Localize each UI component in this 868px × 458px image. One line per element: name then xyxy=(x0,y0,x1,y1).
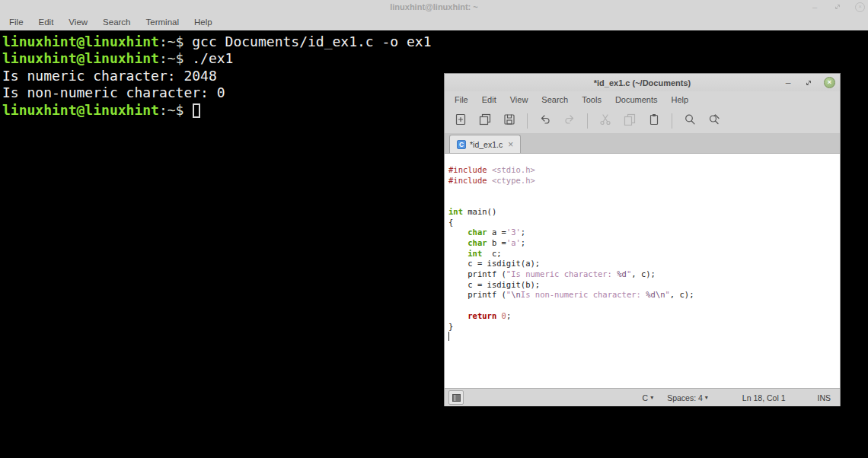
code-line: return 0; xyxy=(448,311,840,322)
terminal-menu-help[interactable]: Help xyxy=(187,15,220,29)
editor-menu-view[interactable]: View xyxy=(503,93,535,107)
cursor-position: Ln 18, Col 1 xyxy=(742,393,786,402)
restore-icon[interactable] xyxy=(803,78,814,88)
editor-statusbar: C ▾ Spaces: 4 ▾ Ln 18, Col 1 INS xyxy=(445,388,840,406)
terminal-menubar: FileEditViewSearchTerminalHelp xyxy=(0,14,868,30)
tab-width-label: Spaces: 4 xyxy=(667,393,703,402)
terminal-window-controls: – × xyxy=(809,0,865,14)
side-pane-toggle-button[interactable] xyxy=(448,390,464,405)
terminal-titlebar: linuxhint@linuxhint: ~ – × xyxy=(0,0,868,14)
cut-icon xyxy=(599,113,611,128)
code-line: printf ("\nIs non-numeric character: %d\… xyxy=(448,290,840,301)
editor-window: *id_ex1.c (~/Documents) – × FileEditView… xyxy=(444,73,841,406)
code-line: int c; xyxy=(448,249,840,259)
tab-label: *id_ex1.c xyxy=(470,140,503,149)
find-replace-button[interactable] xyxy=(704,111,724,131)
text-caret xyxy=(448,332,449,341)
toolbar-separator xyxy=(672,113,672,129)
open-icon xyxy=(479,113,491,128)
c-file-icon: C xyxy=(457,140,466,149)
code-line: char b ='a'; xyxy=(448,238,840,249)
new-document-icon xyxy=(455,113,467,128)
language-label: C xyxy=(643,393,649,402)
side-pane-icon xyxy=(452,394,461,402)
code-line: #include <ctype.h> xyxy=(448,176,840,186)
code-line xyxy=(448,186,840,196)
code-line: } xyxy=(448,322,840,332)
editor-titlebar[interactable]: *id_ex1.c (~/Documents) – × xyxy=(445,74,840,91)
redo-button[interactable] xyxy=(560,111,579,131)
copy-icon xyxy=(624,113,636,128)
code-line: int main() xyxy=(448,207,840,218)
undo-icon xyxy=(539,113,551,128)
toolbar-separator xyxy=(527,113,528,129)
save-button[interactable] xyxy=(499,111,519,131)
terminal-cursor xyxy=(193,103,200,118)
editor-window-controls: – × xyxy=(783,74,835,91)
paste-icon xyxy=(648,113,660,128)
redo-icon xyxy=(563,113,576,128)
close-icon[interactable]: × xyxy=(824,77,835,88)
terminal-menu-search[interactable]: Search xyxy=(95,15,138,29)
code-line: c = isdigit(b); xyxy=(448,280,840,291)
editor-menu-help[interactable]: Help xyxy=(665,93,696,107)
find-replace-icon xyxy=(708,113,720,128)
terminal-line: linuxhint@linuxhint:~$ ./ex1 xyxy=(2,50,868,67)
toolbar-separator xyxy=(587,113,588,129)
code-line xyxy=(448,196,840,207)
tab-id-ex1[interactable]: C *id_ex1.c × xyxy=(449,135,521,153)
paste-button[interactable] xyxy=(644,111,664,131)
save-icon xyxy=(503,113,515,128)
terminal-menu-view[interactable]: View xyxy=(61,15,95,29)
undo-button[interactable] xyxy=(535,111,555,131)
tab-width-selector[interactable]: Spaces: 4 ▾ xyxy=(667,393,708,402)
editor-menu-documents[interactable]: Documents xyxy=(608,93,665,107)
new-document-button[interactable] xyxy=(451,111,471,131)
code-line: #include <stdio.h> xyxy=(448,165,840,176)
editor-menu-file[interactable]: File xyxy=(448,93,475,107)
tab-close-icon[interactable]: × xyxy=(508,140,513,149)
terminal-menu-edit[interactable]: Edit xyxy=(31,15,62,29)
close-icon[interactable]: × xyxy=(855,2,865,12)
code-line: c = isdigit(a); xyxy=(448,259,840,269)
editor-toolbar xyxy=(445,108,840,133)
code-editor-area[interactable]: #include <stdio.h>#include <ctype.h> int… xyxy=(445,154,840,388)
editor-menu-search[interactable]: Search xyxy=(535,93,575,107)
chevron-down-icon: ▾ xyxy=(650,394,653,401)
find-button[interactable] xyxy=(680,111,700,131)
code-line: char a ='3'; xyxy=(448,227,840,238)
editor-menu-edit[interactable]: Edit xyxy=(475,93,503,107)
editor-tabbar: C *id_ex1.c × xyxy=(445,133,840,154)
terminal-menu-file[interactable]: File xyxy=(2,15,31,29)
insert-mode-indicator: INS xyxy=(817,393,831,402)
copy-button[interactable] xyxy=(620,111,640,131)
restore-icon[interactable] xyxy=(832,2,843,12)
editor-menu-tools[interactable]: Tools xyxy=(575,93,608,107)
editor-title: *id_ex1.c (~/Documents) xyxy=(594,78,691,87)
cut-button[interactable] xyxy=(595,111,615,131)
find-icon xyxy=(684,113,696,128)
language-selector[interactable]: C ▾ xyxy=(643,393,654,402)
minimize-icon[interactable]: – xyxy=(783,78,793,88)
chevron-down-icon: ▾ xyxy=(705,394,708,401)
code-line xyxy=(448,301,840,311)
terminal-line: linuxhint@linuxhint:~$ gcc Documents/id_… xyxy=(2,33,868,50)
minimize-icon[interactable]: – xyxy=(809,2,820,12)
terminal-title: linuxhint@linuxhint: ~ xyxy=(390,2,478,11)
terminal-menu-terminal[interactable]: Terminal xyxy=(139,15,187,29)
code-line: printf ("Is numeric character: %d", c); xyxy=(448,269,840,280)
open-button[interactable] xyxy=(475,111,495,131)
code-line xyxy=(448,332,840,342)
code-line: { xyxy=(448,218,840,228)
editor-menubar: FileEditViewSearchToolsDocumentsHelp xyxy=(445,91,840,108)
